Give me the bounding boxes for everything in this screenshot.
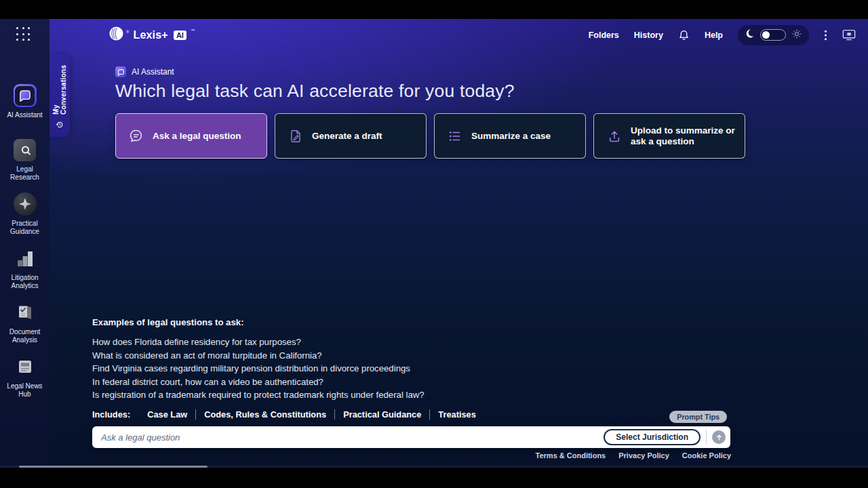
card-label: Generate a draft — [312, 131, 382, 142]
card-label: Ask a legal question — [153, 131, 241, 142]
more-options-kebab-icon[interactable] — [824, 29, 827, 41]
help-link[interactable]: Help — [705, 30, 723, 40]
example-question: How does Florida define residency for ta… — [92, 336, 425, 349]
display-monitor-icon[interactable] — [842, 29, 856, 41]
upload-icon — [607, 129, 622, 144]
theme-toggle-group — [738, 25, 809, 45]
main-content: ® Lexis+ AI ™ Folders History Help — [50, 19, 868, 468]
lexis-app-window: AI Assistant Legal Research — [0, 19, 868, 468]
sidebar: AI Assistant Legal Research — [0, 19, 50, 468]
sidebar-item-litigation-analytics[interactable]: Litigation Analytics — [0, 245, 50, 300]
includes-sources-row: Includes: Case Law Codes, Rules & Consti… — [92, 409, 484, 420]
document-analysis-icon — [16, 300, 34, 325]
list-summary-icon — [448, 129, 462, 144]
my-conversations-label: My Conversations — [52, 61, 67, 115]
terms-and-conditions-link[interactable]: Terms & Conditions — [536, 451, 606, 460]
sidebar-item-practical-guidance[interactable]: Practical Guidance — [0, 191, 50, 245]
card-label: Upload to summarize or ask a question — [631, 125, 736, 147]
screen: AI Assistant Legal Research — [0, 0, 868, 488]
source-case-law: Case Law — [139, 409, 195, 420]
question-input-bar: Select Jurisdiction — [92, 426, 730, 448]
app-launcher-icon[interactable] — [16, 27, 31, 42]
folders-link[interactable]: Folders — [589, 30, 619, 40]
card-summarize-a-case[interactable]: Summarize a case — [434, 113, 586, 159]
sidebar-item-ai-assistant[interactable]: AI Assistant — [0, 83, 50, 137]
registered-mark: ® — [126, 30, 129, 34]
dark-mode-toggle[interactable] — [760, 29, 786, 41]
legal-question-input[interactable] — [101, 432, 604, 443]
litigation-analytics-icon — [16, 245, 35, 271]
notifications-bell-icon[interactable] — [678, 29, 690, 41]
prompt-tips-button[interactable]: Prompt Tips — [669, 411, 727, 423]
privacy-policy-link[interactable]: Privacy Policy — [618, 451, 669, 460]
example-question: In federal district court, how can a vid… — [92, 375, 425, 389]
examples-heading: Examples of legal questions to ask: — [92, 317, 425, 327]
example-question: What is considered an act of moral turpi… — [92, 349, 425, 363]
sidebar-item-label: AI Assistant — [3, 111, 47, 119]
source-treatises: Treatises — [429, 409, 484, 420]
footer-links: Terms & Conditions Privacy Policy Cookie… — [536, 451, 731, 460]
submit-question-button[interactable] — [712, 430, 726, 444]
moon-icon — [745, 28, 755, 41]
sidebar-nav: AI Assistant Legal Research — [0, 83, 50, 408]
history-link[interactable]: History — [634, 30, 663, 40]
card-generate-a-draft[interactable]: Generate a draft — [275, 113, 427, 159]
card-label: Summarize a case — [471, 131, 551, 142]
lexis-plus-ai-logo[interactable]: ® Lexis+ AI ™ — [108, 26, 195, 44]
chat-question-icon — [129, 129, 144, 144]
draft-document-icon — [288, 129, 303, 144]
input-divider — [706, 430, 707, 445]
example-questions-section: Examples of legal questions to ask: How … — [92, 317, 425, 402]
top-bar: ® Lexis+ AI ™ Folders History Help — [50, 19, 868, 51]
includes-label: Includes: — [92, 409, 130, 420]
brand-name: Lexis+ — [133, 29, 167, 41]
trademark-mark: ™ — [191, 28, 195, 33]
legal-news-hub-icon — [16, 354, 34, 380]
sidebar-item-document-analysis[interactable]: Document Analysis — [0, 300, 50, 354]
lexis-orb-icon — [108, 26, 124, 44]
legal-research-icon — [14, 137, 36, 163]
history-icon — [56, 119, 64, 131]
card-ask-a-legal-question[interactable]: Ask a legal question — [115, 113, 267, 159]
top-right-nav: Folders History Help — [589, 25, 856, 45]
ai-assistant-icon — [14, 83, 37, 108]
horizontal-scrollbar-thumb[interactable] — [19, 466, 208, 468]
sidebar-item-label: Legal Research — [3, 165, 47, 181]
practical-guidance-icon — [14, 191, 37, 217]
source-codes-rules-constitutions: Codes, Rules & Constitutions — [195, 409, 334, 420]
sidebar-item-label: Document Analysis — [3, 328, 47, 344]
task-cards: Ask a legal question Generate a draft — [115, 113, 745, 159]
sidebar-item-label: Litigation Analytics — [3, 274, 47, 289]
example-question: Is registration of a trademark required … — [92, 388, 425, 402]
sidebar-item-label: Practical Guidance — [3, 220, 47, 235]
card-upload-to-summarize[interactable]: Upload to summarize or ask a question — [593, 113, 745, 159]
cookie-policy-link[interactable]: Cookie Policy — [682, 451, 731, 460]
sidebar-item-legal-research[interactable]: Legal Research — [0, 137, 50, 191]
example-question: Find Virginia cases regarding military p… — [92, 362, 425, 375]
ai-assistant-breadcrumb: AI Assistant — [115, 66, 174, 77]
ai-badge: AI — [174, 30, 186, 40]
my-conversations-tab[interactable]: My Conversations — [50, 54, 70, 137]
page-title: Which legal task can AI accelerate for y… — [115, 81, 515, 102]
source-practical-guidance: Practical Guidance — [334, 409, 429, 420]
sidebar-item-legal-news-hub[interactable]: Legal News Hub — [0, 354, 50, 408]
ai-assistant-mini-icon — [115, 66, 126, 77]
sidebar-item-label: Legal News Hub — [3, 382, 47, 398]
select-jurisdiction-button[interactable]: Select Jurisdiction — [604, 429, 701, 445]
sun-icon — [791, 28, 802, 42]
eyebrow-label: AI Assistant — [132, 67, 174, 77]
